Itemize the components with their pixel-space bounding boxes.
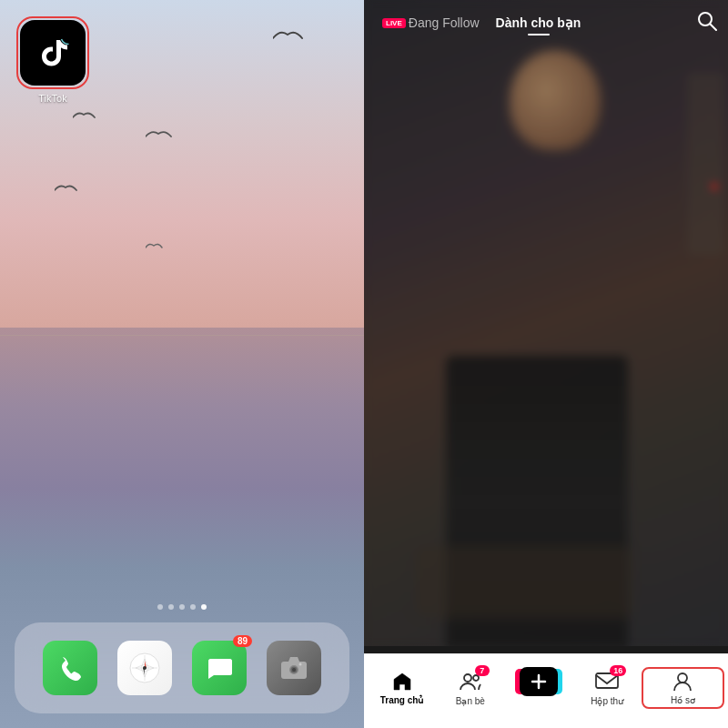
svg-point-20 <box>678 673 687 682</box>
svg-line-15 <box>710 24 716 30</box>
bird-5 <box>146 241 166 254</box>
add-btn-center[interactable] <box>520 667 558 696</box>
home-label: Trang chủ <box>380 695 424 705</box>
bird-3 <box>146 127 177 146</box>
plus-icon-svg <box>531 673 547 690</box>
nav-friends[interactable]: 7 Bạn bè <box>436 670 504 706</box>
profile-icon-wrap <box>672 671 693 693</box>
dot-1 <box>157 604 163 610</box>
nav-inbox[interactable]: 16 Hộp thư <box>573 670 642 706</box>
messages-icon[interactable]: 89 <box>192 641 247 695</box>
add-button-wrap <box>520 667 558 696</box>
safari-icon[interactable] <box>117 641 172 695</box>
dot-4 <box>190 604 196 610</box>
live-badge: LIVE <box>382 18 406 28</box>
camera-dock-icon[interactable] <box>267 641 321 695</box>
app-dock: 89 <box>15 622 349 713</box>
blur-overlay <box>364 0 728 646</box>
home-icon-wrap <box>391 671 413 693</box>
phone-svg <box>56 653 85 682</box>
safari-svg <box>128 652 161 684</box>
tiktok-label: TikTok <box>16 93 89 104</box>
friends-badge: 7 <box>475 665 490 676</box>
tab-for-you[interactable]: Dành cho bạn <box>489 12 589 34</box>
tiktok-app-screen: LIVE Đang Follow Dành cho bạn Trang chủ <box>364 0 728 728</box>
bird-2 <box>73 109 100 126</box>
home-icon-svg <box>391 671 413 693</box>
nav-profile[interactable]: Hồ sơ <box>642 667 724 709</box>
tiktok-icon-border <box>16 16 89 89</box>
video-background <box>364 0 728 646</box>
foryou-tab-label: Dành cho bạn <box>496 15 581 30</box>
camera-svg <box>279 653 308 682</box>
friends-label: Bạn bè <box>456 696 485 706</box>
tiktok-app-area[interactable]: TikTok <box>16 16 89 104</box>
dot-5-active <box>201 604 207 610</box>
nav-home[interactable]: Trang chủ <box>368 671 436 705</box>
search-svg-icon <box>697 11 717 31</box>
profile-label: Hồ sơ <box>671 695 695 705</box>
bird-1 <box>273 27 309 50</box>
svg-point-16 <box>464 674 471 682</box>
profile-icon-svg <box>672 671 693 693</box>
inbox-badge: 16 <box>610 665 626 676</box>
nav-add[interactable]: + <box>504 667 572 709</box>
dot-3 <box>179 604 185 610</box>
friends-icon-wrap: 7 <box>459 670 482 693</box>
search-button[interactable] <box>697 11 717 35</box>
svg-point-8 <box>143 666 147 670</box>
ios-home-screen: TikTok <box>0 0 364 728</box>
phone-icon[interactable] <box>43 641 97 695</box>
svg-point-13 <box>299 663 302 666</box>
page-indicator <box>157 604 207 610</box>
tiktok-app-icon[interactable] <box>20 20 86 86</box>
tab-following[interactable]: LIVE Đang Follow <box>375 12 487 34</box>
bird-4 <box>55 182 84 198</box>
horizon-line <box>0 335 364 336</box>
messages-badge: 89 <box>233 635 252 647</box>
dot-2 <box>168 604 174 610</box>
top-navigation-bar: LIVE Đang Follow Dành cho bạn <box>364 0 728 46</box>
following-tab-label: Đang Follow <box>409 15 480 30</box>
tabs-area: LIVE Đang Follow Dành cho bạn <box>375 12 588 34</box>
tiktok-logo-svg <box>33 33 73 73</box>
inbox-icon-wrap: 16 <box>595 670 619 693</box>
bottom-navigation-bar: Trang chủ 7 Bạn bè <box>364 653 728 728</box>
messages-svg <box>205 653 234 682</box>
svg-point-12 <box>292 668 296 672</box>
inbox-label: Hộp thư <box>591 696 623 706</box>
